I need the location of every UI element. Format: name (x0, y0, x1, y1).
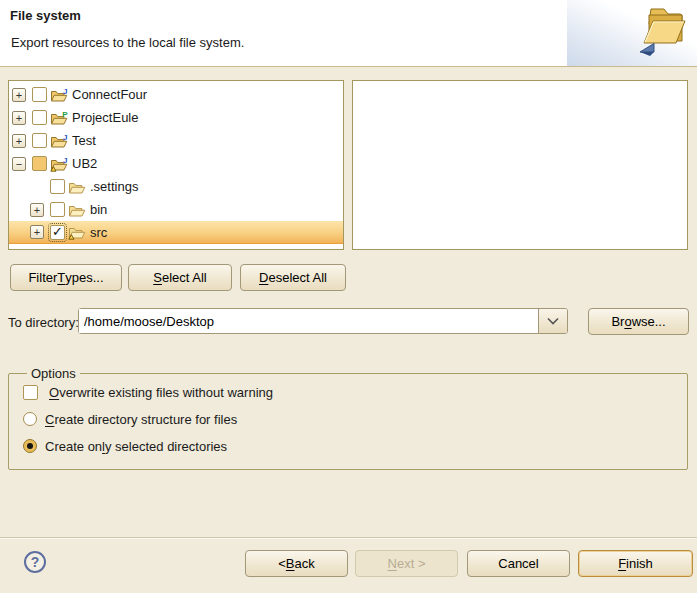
options-group: Options Overwrite existing files without… (8, 366, 688, 470)
tree-item-label: src (90, 225, 107, 240)
options-legend: Options (27, 366, 80, 381)
browse-button[interactable]: Browse... (588, 308, 689, 335)
export-file-system-dialog: File system Export resources to the loca… (0, 0, 697, 593)
finish-button[interactable]: Finish (578, 550, 693, 577)
checkbox-grayed[interactable] (32, 156, 47, 171)
combo-dropdown-button[interactable] (538, 309, 567, 333)
java-project-folder-icon: J (50, 87, 68, 103)
deselect-all-button[interactable]: Deselect All (240, 264, 346, 291)
checkbox-checked[interactable] (50, 225, 65, 240)
directory-input[interactable] (79, 309, 538, 333)
tree-row-bin[interactable]: + bin (9, 198, 343, 221)
folder-icon (68, 202, 86, 218)
cancel-button[interactable]: Cancel (467, 550, 570, 577)
checkbox[interactable] (50, 202, 65, 217)
wizard-header: File system Export resources to the loca… (0, 0, 697, 67)
expander-icon[interactable]: + (12, 88, 26, 102)
tree-item-label: ProjectEule (72, 110, 138, 125)
file-list-panel[interactable] (352, 80, 688, 250)
collapse-icon[interactable]: − (12, 157, 26, 171)
svg-text:P: P (62, 110, 68, 119)
tree-item-label: ConnectFour (72, 87, 147, 102)
export-folder-icon (627, 2, 689, 62)
folder-icon (68, 179, 86, 195)
checkbox[interactable] (23, 385, 38, 400)
radio-unselected[interactable] (23, 412, 37, 426)
checkbox[interactable] (32, 133, 47, 148)
option-create-structure[interactable]: Create directory structure for files (23, 411, 687, 427)
checkbox[interactable] (50, 179, 65, 194)
java-project-folder-icon: J (50, 133, 68, 149)
page-title: File system (10, 8, 81, 23)
checkbox[interactable] (32, 110, 47, 125)
checkbox[interactable] (32, 87, 47, 102)
back-button[interactable]: < Back (245, 550, 348, 577)
svg-text:J: J (63, 87, 67, 96)
help-button[interactable]: ? (24, 551, 46, 573)
directory-combo (78, 308, 568, 334)
expander-icon[interactable]: + (12, 134, 26, 148)
folder-warning-icon (68, 224, 86, 240)
tree-item-label: UB2 (72, 156, 97, 171)
tree-item-label: .settings (90, 179, 138, 194)
radio-selected[interactable] (23, 439, 37, 453)
tree-row-settings[interactable]: .settings (9, 175, 343, 198)
option-overwrite[interactable]: Overwrite existing files without warning (23, 384, 687, 400)
expander-icon[interactable]: + (12, 111, 26, 125)
next-button-disabled: Next > (355, 550, 458, 577)
expander-icon[interactable]: + (30, 203, 44, 217)
resource-tree[interactable]: + J ConnectFour + P ProjectEule + (8, 80, 344, 250)
option-label: Create only selected directories (45, 439, 227, 454)
tree-row-ub2[interactable]: − J UB2 (9, 152, 343, 175)
option-label: Overwrite existing files without warning (49, 385, 273, 400)
svg-text:J: J (63, 133, 67, 142)
tree-item-label: bin (90, 202, 107, 217)
tree-row-projecteule[interactable]: + P ProjectEule (9, 106, 343, 129)
tree-row-src-selected[interactable]: + src (9, 221, 343, 244)
project-folder-icon: P (50, 110, 68, 126)
select-all-button[interactable]: Select All (128, 264, 232, 291)
option-create-selected[interactable]: Create only selected directories (23, 438, 687, 454)
expander-icon[interactable]: + (30, 225, 44, 239)
tree-row-test[interactable]: + J Test (9, 129, 343, 152)
filter-types-button[interactable]: Filter Types... (10, 264, 122, 291)
tree-item-label: Test (72, 133, 96, 148)
java-project-folder-warning-icon: J (50, 156, 68, 172)
svg-text:J: J (63, 156, 67, 165)
footer-divider-highlight (0, 538, 697, 539)
tree-row-connectfour[interactable]: + J ConnectFour (9, 83, 343, 106)
to-directory-label: To directory: (8, 315, 79, 330)
option-label: Create directory structure for files (45, 412, 237, 427)
page-subtitle: Export resources to the local file syste… (11, 35, 244, 50)
chevron-down-icon (547, 317, 559, 325)
